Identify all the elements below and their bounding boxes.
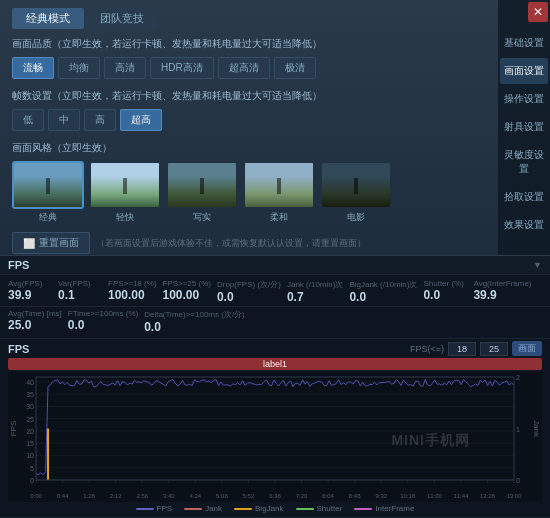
scene-img-soft [243,161,315,209]
legend-jank: Jank [184,504,222,513]
fps-chart [8,372,542,502]
quality-label: 画面品质（立即生效，若运行卡顿、发热量和耗电量过大可适当降低） [12,37,486,51]
quality-btn-smooth[interactable]: 流畅 [12,57,54,79]
quality-btn-hdr[interactable]: HDR高清 [150,57,214,79]
quality-buttons: 流畅 均衡 高清 HDR高清 超高清 极清 [12,57,486,79]
scene-cinematic[interactable]: 电影 [320,161,392,224]
fps-controls: FPS(<=) 画面 [410,341,542,356]
reset-button[interactable]: ⬜ 重置画面 [12,232,90,254]
scene-label-soft: 柔和 [270,211,288,224]
fps-header: FPS ▼ [0,256,550,275]
quality-btn-balanced[interactable]: 均衡 [58,57,100,79]
fps-btn-mid[interactable]: 中 [48,109,80,131]
fps-dropdown-icon[interactable]: ▼ [533,260,542,270]
legend-interframe: InterFrame [354,504,414,513]
stat-drop-value: 0.0 [217,290,234,304]
mode-tabs: 经典模式 团队竞技 [12,8,486,29]
stat-bigjank-label: BigJank (/10min)次 [349,279,417,290]
legend-shutter-label: Shutter [317,504,343,513]
stat-shutter-label: Shutter (%) [423,279,463,288]
sidebar-item-effects[interactable]: 效果设置 [500,212,548,238]
stat-varfps-value: 0.1 [58,288,75,302]
stat-jank: Jank (/10min)次 0.7 [287,279,349,304]
scene-label-light: 轻快 [116,211,134,224]
stats-row-1: Avg(FPS) 39.9 Var(FPS) 0.1 FPS>=18 (%) 1… [0,275,550,307]
sidebar-item-basic[interactable]: 基础设置 [500,30,548,56]
stat-delta: Delta(Time)>=100ms (次/分) 0.0 [144,309,251,334]
stat-varfps-label: Var(FPS) [58,279,91,288]
stat-jank-label: Jank (/10min)次 [287,279,343,290]
sidebar-item-display[interactable]: 画面设置 [500,58,548,84]
legend-jank-dot [184,508,202,510]
stat-varfps: Var(FPS) 0.1 [58,279,108,304]
scene-row: 经典 轻快 写实 柔和 [12,161,486,224]
stat-fps18: FPS>=18 (%) 100.00 [108,279,162,304]
style-label: 画面风格（立即生效） [12,141,486,155]
stat-ftime: FTime>=100ms (%) 0.0 [68,309,144,334]
legend-bigjank-dot [234,508,252,510]
reset-hint: （若画面设置后游戏体验不佳，或需恢复默认认设置，请重置画面） [96,237,366,250]
stat-drop: Drop(FPS) (次/分) 0.0 [217,279,287,304]
stat-avgtime: Avg(Time) [ms] 25.0 [8,309,68,334]
stat-drop-label: Drop(FPS) (次/分) [217,279,281,290]
scene-label-classic: 经典 [39,211,57,224]
stat-avgfps: Avg(FPS) 39.9 [8,279,58,304]
sidebar-item-pickup[interactable]: 拾取设置 [500,184,548,210]
legend-fps: FPS [136,504,173,513]
stat-ftime-value: 0.0 [68,318,85,332]
scene-soft[interactable]: 柔和 [243,161,315,224]
stat-fps18-label: FPS>=18 (%) [108,279,156,288]
label-bar: label1 [8,358,542,370]
fps-graph-header: FPS FPS(<=) 画面 [8,341,542,356]
sidebar-item-controls[interactable]: 操作设置 [500,86,548,112]
scene-img-cinematic [320,161,392,209]
quality-btn-extreme[interactable]: 极清 [274,57,316,79]
scene-img-light [89,161,161,209]
sidebar-item-sensitivity[interactable]: 灵敏度设置 [500,142,548,182]
legend-shutter: Shutter [296,504,343,513]
fps-graph-title: FPS [8,343,29,355]
stat-avginterframe: Avg(InterFrame) 39.9 [473,279,537,304]
scene-label-realistic: 写实 [193,211,211,224]
scene-img-realistic [166,161,238,209]
legend-fps-dot [136,508,154,510]
stat-avgtime-value: 25.0 [8,318,31,332]
tab-team[interactable]: 团队竞技 [86,8,158,29]
stat-avginterframe-label: Avg(InterFrame) [473,279,531,288]
quality-btn-uhd[interactable]: 超高清 [218,57,270,79]
stat-delta-label: Delta(Time)>=100ms (次/分) [144,309,245,320]
fps-panel: FPS ▼ Avg(FPS) 39.9 Var(FPS) 0.1 FPS>=18… [0,255,550,517]
stat-avgfps-value: 39.9 [8,288,31,302]
stat-shutter-value: 0.0 [423,288,440,302]
legend-interframe-label: InterFrame [375,504,414,513]
fps-btn-low[interactable]: 低 [12,109,44,131]
tab-classic[interactable]: 经典模式 [12,8,84,29]
fps-btn-ultrahigh[interactable]: 超高 [120,109,162,131]
scene-light[interactable]: 轻快 [89,161,161,224]
scene-realistic[interactable]: 写实 [166,161,238,224]
stat-bigjank: BigJank (/10min)次 0.0 [349,279,423,304]
sidebar-item-weapons[interactable]: 射具设置 [500,114,548,140]
close-button[interactable]: ✕ [528,2,548,22]
stat-bigjank-value: 0.0 [349,290,366,304]
stat-fps25: FPS>=25 (%) 100.00 [162,279,216,304]
stat-delta-value: 0.0 [144,320,161,334]
fps-label: 帧数设置（立即生效，若运行卡顿、发热量和耗电量过大可适当降低） [12,89,486,103]
fps-btn-high[interactable]: 高 [84,109,116,131]
stats-row-2: Avg(Time) [ms] 25.0 FTime>=100ms (%) 0.0… [0,307,550,339]
stat-shutter: Shutter (%) 0.0 [423,279,473,304]
scene-classic[interactable]: 经典 [12,161,84,224]
fps-input-1[interactable] [448,342,476,356]
fps-apply-button[interactable]: 画面 [512,341,542,356]
chart-container [8,372,542,502]
stat-fps25-value: 100.00 [162,288,199,302]
chart-legend: FPS Jank BigJank Shutter InterFrame [8,502,542,515]
reset-section: ⬜ 重置画面 （若画面设置后游戏体验不佳，或需恢复默认认设置，请重置画面） [12,232,486,254]
stat-jank-value: 0.7 [287,290,304,304]
sidebar: ✕ 基础设置 画面设置 操作设置 射具设置 灵敏度设置 拾取设置 效果设置 [498,0,550,255]
fps-control-label: FPS(<=) [410,344,444,354]
legend-shutter-dot [296,508,314,510]
quality-btn-hd[interactable]: 高清 [104,57,146,79]
fps-input-2[interactable] [480,342,508,356]
legend-interframe-dot [354,508,372,510]
